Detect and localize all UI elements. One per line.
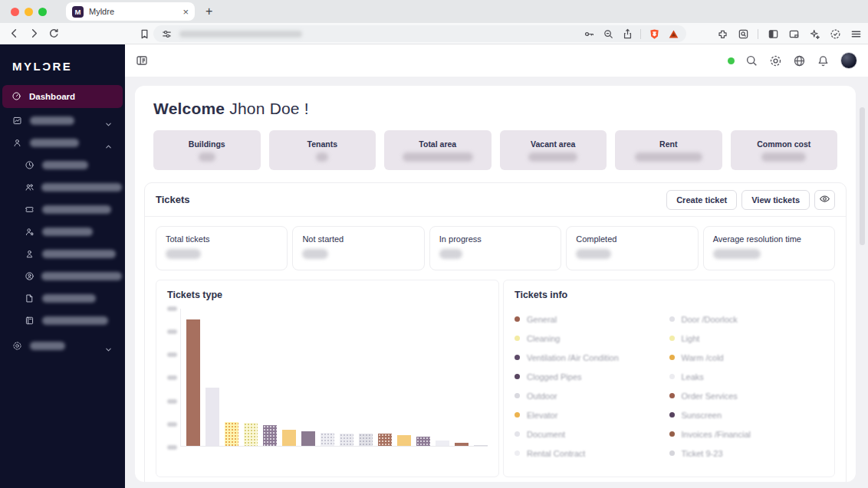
legend-label: Ticket 9-23 xyxy=(682,449,723,458)
sidebar-item-redacted-group-1[interactable] xyxy=(3,110,122,132)
sidebar: MYLƆRE Dashboard xyxy=(0,44,125,488)
legend-label: Leaks xyxy=(682,372,704,382)
legend-item: Ventilation /Air Condition xyxy=(515,348,669,367)
summary-card-value-redacted xyxy=(316,152,328,162)
legend-item: Ticket 9-23 xyxy=(669,444,824,463)
legend-dot xyxy=(515,316,520,322)
tune-icon[interactable] xyxy=(160,28,173,40)
zoom-out-icon[interactable] xyxy=(602,28,614,40)
bookmark-icon[interactable] xyxy=(138,28,150,40)
summary-card-value-redacted xyxy=(199,152,215,162)
content-area: Welcome Jhon Doe ! BuildingsTenantsTotal… xyxy=(125,77,868,488)
sidebar-item-redacted-sub-5[interactable] xyxy=(3,243,122,265)
status-dot xyxy=(728,57,735,64)
bar xyxy=(474,445,488,446)
sidebar-item-dashboard[interactable]: Dashboard xyxy=(2,85,123,108)
ticket-stat-card: In progress xyxy=(429,226,561,270)
sidebar-item-label: Dashboard xyxy=(29,92,75,101)
tickets-info-panel: Tickets info GeneralCleaningVentilation … xyxy=(503,280,835,477)
view-tickets-button[interactable]: View tickets xyxy=(741,190,810,210)
ticket-stat-card: Total tickets xyxy=(156,226,288,270)
bell-icon[interactable] xyxy=(817,54,830,67)
redacted-label xyxy=(30,342,65,350)
sidebar-item-redacted-sub-4[interactable] xyxy=(3,221,122,243)
browser-tab[interactable]: M Myldre × xyxy=(66,2,195,21)
tickets-header: Tickets Create ticket View tickets xyxy=(145,183,846,217)
key-icon[interactable] xyxy=(583,28,595,40)
wallet-icon[interactable] xyxy=(787,28,800,40)
screen: M Myldre × + xyxy=(0,0,868,488)
legend-dot xyxy=(669,393,675,398)
legend-label: Document xyxy=(527,430,565,439)
share-icon[interactable] xyxy=(621,28,633,40)
legend-dot xyxy=(515,393,520,398)
summary-card-title: Buildings xyxy=(189,139,225,149)
search-icon[interactable] xyxy=(745,54,758,67)
reload-icon[interactable] xyxy=(48,28,60,40)
sidebar-item-redacted-sub-2[interactable] xyxy=(3,176,122,198)
scrollbar-thumb[interactable] xyxy=(860,107,865,245)
bar xyxy=(359,434,373,446)
close-tab-icon[interactable]: × xyxy=(182,7,189,17)
gear-icon[interactable] xyxy=(769,54,782,67)
legend-item: Door /Doorlock xyxy=(669,310,824,329)
legend-dot xyxy=(669,355,675,360)
y-tick-label-redacted xyxy=(167,422,177,427)
bar xyxy=(436,441,449,446)
new-tab-button[interactable]: + xyxy=(205,5,212,18)
search-tabs-icon[interactable] xyxy=(737,28,749,40)
summary-card-title: Common cost xyxy=(757,139,810,149)
legend-item: Light xyxy=(669,329,824,348)
sidebar-item-redacted-group-2[interactable] xyxy=(3,132,122,154)
legend-item: Invoices /Financial xyxy=(669,424,824,444)
bar xyxy=(397,435,411,446)
bar xyxy=(378,434,392,447)
sidebar-item-settings[interactable] xyxy=(3,335,122,357)
ticket-stat-title: Completed xyxy=(576,234,688,244)
brave-shield-icon[interactable] xyxy=(648,28,660,40)
sidebar-item-redacted-sub-8[interactable] xyxy=(3,310,122,332)
create-ticket-button[interactable]: Create ticket xyxy=(666,190,737,210)
sidebar-collapse-icon[interactable] xyxy=(136,54,148,70)
legend-item: Leaks xyxy=(669,367,824,386)
ticket-stat-title: Average resolution time xyxy=(713,234,825,244)
legend-item: Cleaning xyxy=(515,329,669,348)
leo-sparkle-icon[interactable] xyxy=(808,28,820,40)
sidebar-item-redacted-sub-6[interactable] xyxy=(3,265,122,287)
chart-image-icon xyxy=(12,116,23,126)
ticket-stat-value-redacted xyxy=(439,249,462,259)
extensions-icon[interactable] xyxy=(716,28,728,40)
summary-card-title: Total area xyxy=(419,139,456,149)
ticket-stat-title: Not started xyxy=(302,234,414,244)
chart-plot-area xyxy=(180,309,488,447)
sidebar-toggle-icon[interactable] xyxy=(767,28,779,40)
tickets-title: Tickets xyxy=(156,194,190,205)
sidebar-item-redacted-sub-1[interactable] xyxy=(3,154,122,176)
forward-icon[interactable] xyxy=(28,28,40,40)
bar xyxy=(186,319,200,446)
url-bar[interactable] xyxy=(153,25,686,42)
user-name: Jhon Doe ! xyxy=(225,100,309,117)
redacted-label xyxy=(42,316,108,325)
sidebar-item-redacted-sub-7[interactable] xyxy=(3,287,122,310)
menu-icon[interactable] xyxy=(850,28,862,40)
visibility-toggle-button[interactable] xyxy=(814,190,835,210)
brave-rewards-icon[interactable] xyxy=(667,28,679,40)
avatar[interactable] xyxy=(840,52,857,69)
sidebar-item-redacted-sub-3[interactable] xyxy=(3,198,122,221)
legend-dot xyxy=(515,412,520,418)
document-icon xyxy=(25,293,35,304)
back-icon[interactable] xyxy=(8,28,20,40)
vpn-shield-icon[interactable] xyxy=(829,28,841,40)
redacted-label xyxy=(42,205,111,214)
legend-item: Clogged Pipes xyxy=(515,367,669,386)
redacted-label xyxy=(41,183,122,192)
legend-label: Elevator xyxy=(527,411,557,420)
traffic-light-zoom[interactable] xyxy=(38,8,47,16)
bar xyxy=(225,422,238,447)
summary-card-value-redacted xyxy=(761,152,806,162)
page-title: Welcome Jhon Doe ! xyxy=(153,100,856,118)
traffic-light-close[interactable] xyxy=(11,8,19,16)
traffic-light-minimize[interactable] xyxy=(25,8,33,16)
globe-icon[interactable] xyxy=(793,54,806,67)
